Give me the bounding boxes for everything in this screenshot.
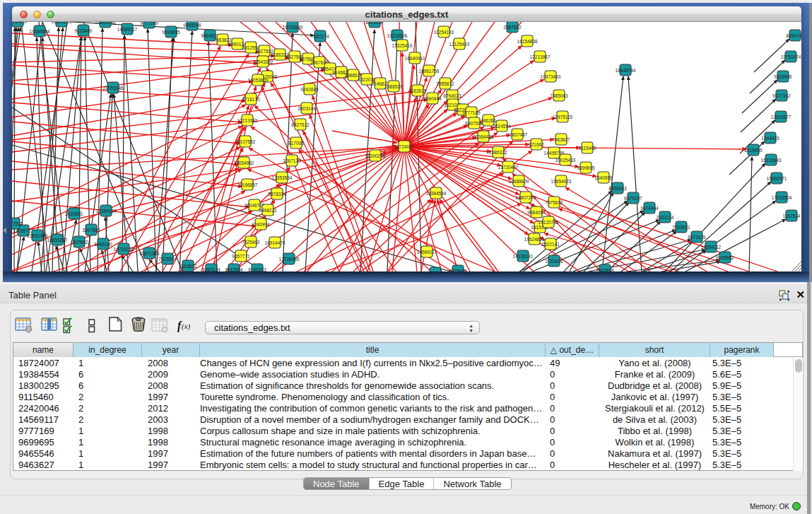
svg-text:19166857: 19166857: [237, 182, 258, 187]
svg-text:15720407: 15720407: [498, 165, 519, 170]
svg-text:1588520: 1588520: [384, 84, 403, 89]
svg-text:10107552: 10107552: [235, 139, 256, 144]
svg-text:2522141: 2522141: [541, 242, 560, 247]
svg-text:9657771: 9657771: [232, 254, 250, 259]
svg-text:(x): (x): [182, 322, 191, 331]
svg-text:8471676: 8471676: [688, 235, 706, 240]
svg-text:12975115: 12975115: [553, 115, 573, 119]
svg-text:9329906: 9329906: [774, 74, 792, 79]
svg-text:1244415: 1244415: [761, 136, 779, 141]
svg-text:2933114: 2933114: [657, 215, 674, 220]
svg-text:16154808: 16154808: [517, 39, 538, 44]
svg-text:5878334: 5878334: [268, 192, 286, 197]
svg-text:8960124: 8960124: [202, 267, 220, 272]
svg-text:11254193: 11254193: [434, 30, 454, 35]
svg-text:10973493: 10973493: [541, 74, 561, 79]
svg-text:19218506: 19218506: [387, 33, 408, 38]
svg-text:12213382: 12213382: [237, 118, 258, 123]
svg-text:13325419: 13325419: [392, 43, 413, 48]
svg-text:8215955: 8215955: [744, 148, 763, 153]
svg-text:14569117: 14569117: [417, 250, 437, 255]
svg-text:6479197: 6479197: [624, 196, 642, 201]
svg-text:2687682: 2687682: [503, 25, 522, 30]
svg-text:1527602: 1527602: [70, 240, 88, 245]
svg-text:18724007: 18724007: [12, 22, 28, 24]
svg-text:10025433: 10025433: [555, 158, 576, 163]
svg-text:16053809: 16053809: [248, 78, 269, 83]
svg-text:8186323: 8186323: [248, 267, 266, 272]
svg-text:7463627: 7463627: [552, 137, 570, 142]
svg-text:22420046: 22420046: [95, 22, 116, 25]
svg-text:17016504: 17016504: [772, 195, 792, 200]
svg-text:9242845: 9242845: [300, 87, 319, 92]
svg-text:3624554: 3624554: [493, 124, 511, 129]
svg-text:9684067: 9684067: [527, 210, 546, 215]
svg-text:18300295: 18300295: [52, 22, 72, 24]
svg-text:6794023: 6794023: [443, 93, 461, 98]
svg-text:16914479: 16914479: [265, 240, 286, 245]
svg-text:2803144: 2803144: [298, 106, 316, 111]
svg-text:13120746: 13120746: [539, 220, 559, 225]
svg-text:3267130: 3267130: [283, 158, 301, 163]
svg-text:10653287: 10653287: [47, 238, 68, 243]
svg-text:8813054: 8813054: [365, 22, 384, 25]
svg-text:2967608: 2967608: [596, 268, 614, 272]
svg-text:1167534: 1167534: [783, 214, 801, 218]
svg-text:9115460: 9115460: [579, 146, 596, 151]
svg-text:9375685: 9375685: [449, 269, 467, 272]
svg-text:9245652: 9245652: [716, 255, 734, 260]
svg-text:19384554: 19384554: [30, 29, 50, 34]
svg-text:16961758: 16961758: [419, 69, 440, 74]
svg-text:2986322: 2986322: [489, 150, 507, 155]
svg-text:9327502: 9327502: [12, 221, 23, 226]
svg-text:9465546: 9465546: [183, 23, 201, 28]
svg-text:621662: 621662: [529, 142, 544, 147]
svg-text:7625402: 7625402: [242, 240, 260, 245]
svg-text:18300295: 18300295: [365, 153, 386, 158]
svg-text:16210643: 16210643: [761, 158, 782, 163]
svg-text:7485063: 7485063: [550, 93, 568, 98]
svg-text:15692971: 15692971: [767, 176, 787, 181]
svg-text:7032621: 7032621: [672, 225, 690, 230]
svg-text:3912954: 3912954: [225, 267, 243, 272]
svg-text:16648784: 16648784: [616, 68, 636, 73]
svg-text:10543382: 10543382: [253, 59, 273, 64]
svg-text:9498222: 9498222: [259, 208, 277, 213]
svg-text:7515524: 7515524: [158, 257, 177, 262]
svg-text:1162615: 1162615: [409, 88, 427, 93]
svg-text:9115460: 9115460: [75, 28, 93, 33]
svg-text:13353594: 13353594: [272, 175, 293, 180]
svg-text:9777169: 9777169: [140, 22, 158, 25]
svg-text:10654982: 10654982: [234, 160, 254, 165]
svg-text:16640910: 16640910: [405, 56, 425, 61]
svg-text:3397587: 3397587: [82, 228, 100, 233]
svg-text:19654923: 19654923: [551, 179, 572, 184]
svg-text:9777169: 9777169: [462, 110, 481, 115]
svg-text:746266: 746266: [481, 118, 496, 123]
svg-text:9474444: 9474444: [640, 206, 659, 211]
svg-text:12125419: 12125419: [449, 42, 470, 47]
svg-text:9327505: 9327505: [426, 271, 445, 272]
svg-text:7975692: 7975692: [545, 200, 563, 205]
svg-text:20364436: 20364436: [473, 134, 494, 139]
svg-text:14136141: 14136141: [513, 254, 534, 259]
svg-text:1733426: 1733426: [545, 259, 563, 264]
svg-text:9899695: 9899695: [577, 165, 595, 170]
svg-text:19524851: 19524851: [524, 237, 545, 242]
svg-text:15751074: 15751074: [781, 54, 801, 59]
svg-text:7955812: 7955812: [436, 81, 454, 86]
svg-text:2020651: 2020651: [65, 211, 83, 216]
svg-text:8990444: 8990444: [423, 96, 442, 101]
svg-text:1640956: 1640956: [594, 175, 613, 180]
svg-text:7857274: 7857274: [311, 34, 329, 39]
svg-text:18724007: 18724007: [394, 144, 415, 149]
svg-text:7663822: 7663822: [179, 264, 197, 269]
svg-text:18807249: 18807249: [516, 195, 536, 200]
svg-text:10671385: 10671385: [139, 251, 160, 256]
svg-text:9227342: 9227342: [772, 93, 791, 98]
svg-text:16053809: 16053809: [283, 25, 303, 30]
svg-text:12213967: 12213967: [530, 54, 551, 59]
svg-text:817006: 817006: [288, 141, 304, 146]
svg-text:20053346: 20053346: [103, 86, 124, 90]
svg-text:8938923: 8938923: [608, 186, 627, 191]
